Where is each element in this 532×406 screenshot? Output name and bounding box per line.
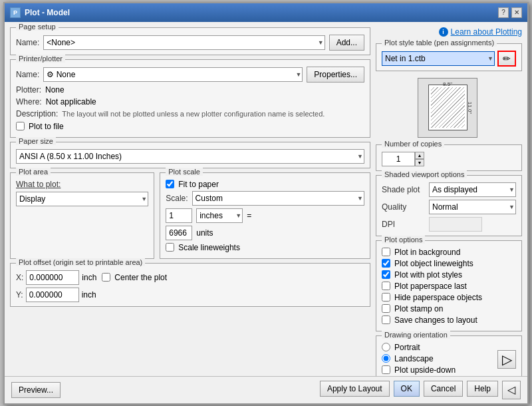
copies-input[interactable] [382, 152, 415, 166]
help-title-btn[interactable]: ? [498, 7, 509, 18]
edit-plot-style-button[interactable]: ✏ [497, 51, 516, 67]
scale-value2-input[interactable] [166, 226, 192, 240]
scale-label: Scale: [166, 194, 188, 203]
paperspace-last-checkbox[interactable] [382, 282, 390, 290]
scale-units2: units [196, 228, 213, 238]
fit-to-paper-checkbox[interactable] [166, 180, 174, 188]
help-button[interactable]: Help [467, 381, 498, 397]
title-bar: P Plot - Model ? ✕ [5, 3, 527, 22]
plot-area-scale-row: Plot area What to plot: Display ▼ [10, 172, 370, 259]
shade-plot-label: Shade plot [382, 185, 425, 194]
landscape-radio[interactable] [382, 354, 390, 363]
paper-size-section: Paper size ANSI A (8.50 x 11.00 Inches) … [10, 142, 370, 168]
plot-area-section: Plot area What to plot: Display ▼ [10, 172, 154, 259]
fit-to-paper-label: Fit to paper [178, 180, 219, 189]
dpi-label: DPI [382, 220, 425, 229]
scale-units-select[interactable]: inches [196, 208, 243, 223]
shaded-viewport-section: Shaded viewport options Shade plot As di… [376, 175, 522, 236]
scale-equals: = [247, 211, 251, 220]
close-title-btn[interactable]: ✕ [511, 7, 522, 18]
plot-offset-section: Plot offset (origin set to printable are… [10, 263, 370, 307]
plot-to-file-label: Plot to file [29, 122, 64, 131]
paper-preview: 8.5" 11.0" [418, 78, 477, 138]
y-unit: inch [82, 290, 96, 300]
paper-dim-right: 11.0" [467, 101, 473, 113]
shade-plot-select[interactable]: As displayed [429, 182, 516, 197]
scale-lineweights-checkbox[interactable] [166, 243, 174, 252]
page-setup-section: Page setup Name: <None> ▼ Add... [10, 27, 370, 55]
quality-select[interactable]: Normal [429, 200, 516, 214]
plot-scale-section: Plot scale Fit to paper Scale: Custom ▼ [160, 172, 370, 259]
scale-select[interactable]: Custom [192, 191, 364, 206]
landscape-label: Landscape [394, 354, 434, 363]
background-checkbox[interactable] [382, 248, 390, 256]
page-setup-name-select[interactable]: <None> [43, 35, 325, 50]
save-changes-checkbox[interactable] [382, 315, 390, 324]
x-value-input[interactable] [26, 270, 79, 285]
hide-paperspace-checkbox[interactable] [382, 293, 390, 302]
pp-plotter-label: Plotter: [16, 85, 41, 95]
stamp-checkbox[interactable] [382, 304, 390, 313]
preview-button[interactable]: Preview... [11, 382, 61, 398]
plot-to-file-checkbox[interactable] [16, 122, 25, 130]
properties-button[interactable]: Properties... [307, 67, 364, 83]
what-to-plot-select[interactable]: Display [16, 192, 148, 206]
dpi-input[interactable] [429, 217, 482, 232]
scale-value1-input[interactable] [166, 208, 192, 223]
drawing-orientation-title: Drawing orientation [382, 331, 450, 339]
add-button[interactable]: Add... [329, 35, 364, 51]
x-unit: inch [82, 273, 96, 282]
drawing-orientation-section: Drawing orientation Portrait Landscape [376, 335, 522, 376]
save-changes-label: Save changes to layout [394, 315, 477, 325]
center-plot-checkbox[interactable] [102, 273, 110, 282]
pp-desc-label: Description: [16, 109, 58, 118]
dialog-icon: P [10, 7, 21, 18]
plot-style-section: Plot style table (pen assignments) Net i… [376, 43, 522, 71]
lineweights-checkbox[interactable] [382, 259, 390, 268]
page-setup-name-label: Name: [16, 38, 39, 47]
footer-left: Preview... [11, 382, 61, 398]
portrait-label: Portrait [394, 343, 420, 352]
plot-area-title: Plot area [16, 168, 51, 176]
pp-desc-value: The layout will not be plotted unless a … [62, 109, 364, 119]
upside-down-label: Plot upside-down [394, 365, 456, 375]
paper-dim-top: 8.5" [443, 81, 452, 87]
paper-size-select[interactable]: ANSI A (8.50 x 11.00 Inches) [16, 149, 364, 164]
plot-options-title: Plot options [382, 236, 425, 244]
upside-down-checkbox[interactable] [382, 365, 390, 374]
left-panel: Page setup Name: <None> ▼ Add... Printer… [10, 27, 376, 371]
apply-button[interactable]: Apply to Layout [320, 381, 390, 397]
copies-up-btn[interactable]: ▲ [415, 152, 424, 159]
paper-size-title: Paper size [16, 137, 56, 145]
printer-plotter-title: Printer/plotter [16, 55, 65, 63]
paper-preview-inner: 8.5" 11.0" [423, 79, 473, 136]
scale-lineweights-label: Scale lineweights [178, 243, 240, 252]
plot-style-title: Plot style table (pen assignments) [382, 39, 497, 47]
learn-link[interactable]: i Learn about Plotting [376, 27, 522, 37]
hide-paperspace-label: Hide paperspace objects [394, 293, 482, 302]
orientation-icon-btn[interactable]: ▷ [497, 350, 516, 369]
back-button[interactable]: ◁ [502, 381, 521, 399]
dialog-footer: Preview... Apply to Layout OK Cancel Hel… [5, 376, 527, 403]
lineweights-label: Plot object lineweights [394, 259, 473, 268]
styles-checkbox[interactable] [382, 270, 390, 279]
pp-name-label: Name: [16, 70, 39, 79]
copies-spinner: ▲ ▼ [415, 152, 424, 166]
portrait-radio[interactable] [382, 343, 390, 351]
copies-down-btn[interactable]: ▼ [415, 159, 424, 166]
y-value-input[interactable] [26, 288, 79, 302]
paper-white [428, 85, 467, 130]
plot-scale-title: Plot scale [166, 168, 203, 176]
dialog-title: Plot - Model [25, 8, 70, 17]
background-label: Plot in background [394, 248, 460, 257]
plot-offset-title: Plot offset (origin set to printable are… [16, 258, 145, 266]
pp-plotter-value: None [45, 85, 65, 95]
printer-plotter-section: Printer/plotter Name: ⚙ None ▼ Propertie… [10, 59, 370, 138]
footer-right: Apply to Layout OK Cancel Help ◁ [320, 381, 521, 399]
paper-preview-area: 8.5" 11.0" [376, 75, 522, 140]
center-plot-label: Center the plot [114, 273, 167, 282]
cancel-button[interactable]: Cancel [424, 381, 463, 397]
plot-style-select[interactable]: Net in 1.ctb [382, 51, 495, 66]
pp-name-select[interactable]: ⚙ None [43, 67, 303, 82]
ok-button[interactable]: OK [394, 381, 420, 397]
